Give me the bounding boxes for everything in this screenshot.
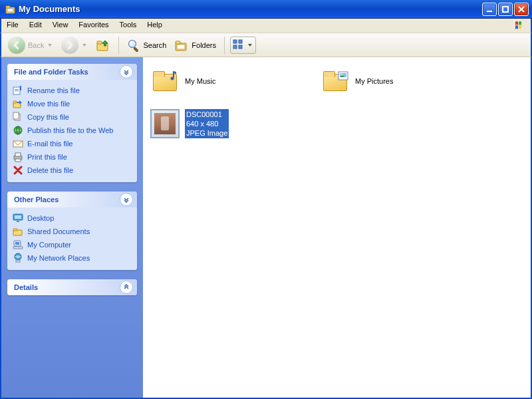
views-dropdown[interactable] (247, 43, 253, 48)
my-computer-icon (13, 239, 23, 250)
shared-folder-icon (13, 226, 23, 237)
panel-details: Details (7, 279, 137, 295)
svg-rect-38 (13, 247, 23, 249)
place-shared-docs[interactable]: Shared Documents (13, 225, 132, 238)
up-button[interactable] (93, 36, 113, 55)
place-my-computer-label: My Computer (27, 241, 71, 249)
window-title: My Documents (19, 4, 482, 14)
minimize-button[interactable] (482, 3, 497, 16)
menu-help[interactable]: Help (142, 19, 168, 33)
publish-web-icon (13, 125, 23, 136)
svg-rect-32 (15, 215, 21, 219)
tasks-sidebar: File and Folder Tasks Rename this file (1, 57, 143, 398)
task-publish[interactable]: Publish this file to the Web (13, 124, 132, 137)
panel-header-details[interactable]: Details (7, 279, 137, 295)
menu-edit[interactable]: Edit (24, 19, 47, 33)
task-move[interactable]: Move this file (13, 97, 132, 110)
place-my-network[interactable]: My Network Places (13, 251, 132, 265)
views-button[interactable] (230, 37, 256, 54)
svg-rect-18 (15, 89, 19, 90)
place-desktop-label: Desktop (27, 214, 54, 222)
svg-rect-19 (15, 90, 19, 91)
email-icon (13, 138, 23, 149)
folder-app-icon (5, 4, 16, 15)
place-my-network-label: My Network Places (27, 254, 90, 262)
up-folder-icon (96, 38, 110, 53)
task-email[interactable]: E-mail this file (13, 137, 132, 150)
content-pane[interactable]: My Music (143, 57, 531, 398)
task-delete[interactable]: Delete this file (13, 164, 132, 177)
item-my-pictures[interactable]: My Pictures (319, 63, 477, 100)
item-dsc00001[interactable]: DSC00001 640 x 480 JPEG Image (148, 105, 307, 142)
move-icon (13, 98, 23, 109)
task-rename[interactable]: Rename this file (13, 84, 132, 97)
menubar: File Edit View Favorites Tools Help (0, 19, 532, 33)
panel-header-other-places[interactable]: Other Places (7, 192, 137, 207)
item-my-music[interactable]: My Music (148, 63, 307, 100)
task-print[interactable]: Print this file (13, 150, 132, 164)
search-button[interactable]: Search (124, 36, 169, 55)
svg-rect-6 (97, 41, 102, 44)
forward-arrow-icon (61, 37, 78, 54)
back-button[interactable]: Back (5, 36, 56, 55)
item-dsc00001-name: DSC00001 (186, 110, 227, 119)
delete-icon (13, 165, 23, 176)
svg-rect-40 (16, 260, 20, 262)
panel-file-folder-tasks: File and Folder Tasks Rename this file (7, 64, 137, 182)
menu-tools[interactable]: Tools (114, 19, 142, 33)
desktop-icon (13, 213, 23, 223)
my-music-folder-icon (150, 66, 180, 96)
task-email-label: E-mail this file (27, 140, 72, 148)
close-button[interactable] (514, 3, 529, 16)
svg-rect-30 (15, 159, 21, 162)
task-rename-label: Rename this file (27, 86, 80, 94)
svg-rect-37 (15, 242, 19, 245)
chevron-up-icon (120, 193, 133, 206)
titlebar: My Documents (0, 0, 532, 19)
windows-flag-icon (513, 20, 528, 32)
svg-point-41 (171, 77, 174, 80)
copy-icon (13, 112, 23, 122)
task-move-label: Move this file (27, 100, 70, 108)
svg-point-8 (129, 41, 136, 47)
item-dsc00001-type: JPEG Image (186, 128, 227, 138)
toolbar-separator-1 (118, 37, 119, 54)
svg-rect-24 (13, 112, 19, 119)
panel-title-file-tasks: File and Folder Tasks (14, 68, 88, 76)
svg-rect-14 (239, 40, 242, 43)
place-shared-docs-label: Shared Documents (27, 227, 90, 235)
place-desktop[interactable]: Desktop (13, 211, 132, 225)
print-icon (13, 152, 23, 162)
forward-button[interactable] (59, 36, 90, 55)
task-copy[interactable]: Copy this file (13, 110, 132, 124)
network-places-icon (13, 253, 23, 263)
svg-rect-11 (176, 41, 180, 44)
image-thumbnail-icon (150, 109, 180, 138)
svg-rect-29 (15, 153, 21, 156)
place-my-computer[interactable]: My Computer (13, 238, 132, 251)
item-my-music-label: My Music (185, 76, 215, 86)
svg-rect-4 (503, 7, 508, 12)
toolbar-separator-2 (224, 37, 225, 54)
panel-header-file-tasks[interactable]: File and Folder Tasks (7, 64, 137, 80)
menu-favorites[interactable]: Favorites (73, 19, 114, 33)
back-label: Back (28, 41, 44, 49)
svg-rect-3 (487, 11, 492, 12)
svg-rect-9 (134, 47, 138, 52)
svg-rect-12 (177, 45, 185, 49)
panel-title-details: Details (14, 283, 38, 291)
svg-rect-22 (13, 101, 17, 103)
maximize-button[interactable] (498, 3, 513, 16)
back-arrow-icon (8, 37, 25, 54)
panel-title-other-places: Other Places (14, 196, 59, 203)
search-label: Search (143, 41, 166, 49)
task-print-label: Print this file (27, 153, 67, 161)
menu-file[interactable]: File (1, 19, 24, 33)
forward-dropdown[interactable] (81, 43, 88, 48)
menu-view[interactable]: View (47, 19, 74, 33)
back-dropdown[interactable] (47, 43, 53, 48)
folders-button[interactable]: Folders (172, 36, 219, 55)
rename-icon (13, 85, 23, 96)
task-publish-label: Publish this file to the Web (27, 126, 113, 134)
svg-rect-1 (6, 6, 10, 8)
